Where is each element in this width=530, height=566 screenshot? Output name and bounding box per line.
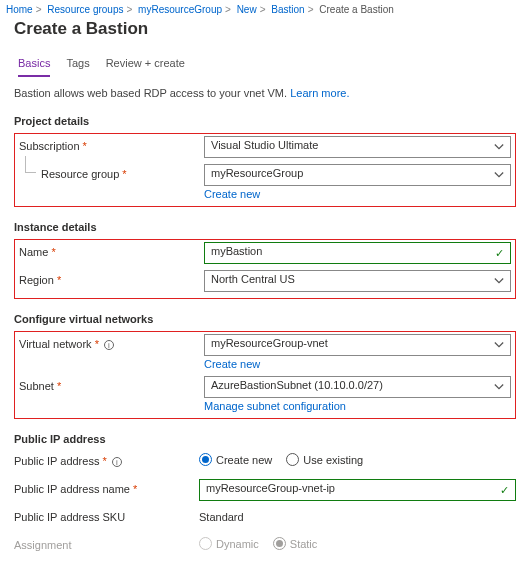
- label-assignment: Assignment: [14, 535, 199, 551]
- tab-basics[interactable]: Basics: [18, 53, 50, 77]
- label-public-ip-name: Public IP address name *: [14, 479, 199, 495]
- breadcrumb-link-bastion[interactable]: Bastion: [271, 4, 304, 15]
- tab-tags[interactable]: Tags: [66, 53, 89, 77]
- subscription-select[interactable]: Visual Studio Ultimate: [204, 136, 511, 158]
- public-ip-name-input[interactable]: myResourceGroup-vnet-ip ✓: [199, 479, 516, 501]
- breadcrumb-link-resource-groups[interactable]: Resource groups: [47, 4, 123, 15]
- label-region: Region *: [19, 270, 204, 286]
- radio-icon: [286, 453, 299, 466]
- radio-icon: [273, 537, 286, 550]
- section-instance-details: Instance details: [14, 221, 516, 233]
- radio-static: Static: [273, 537, 318, 550]
- network-highlight: Virtual network * i myResourceGroup-vnet…: [14, 331, 516, 419]
- breadcrumb-link-my-resource-group[interactable]: myResourceGroup: [138, 4, 222, 15]
- radio-use-existing[interactable]: Use existing: [286, 453, 363, 466]
- breadcrumb-current: Create a Bastion: [319, 4, 394, 15]
- chevron-down-icon: [494, 340, 504, 350]
- project-details-highlight: Subscription * Visual Studio Ultimate Re…: [14, 133, 516, 207]
- chevron-down-icon: [494, 382, 504, 392]
- region-select[interactable]: North Central US: [204, 270, 511, 292]
- breadcrumb: Home> Resource groups> myResourceGroup> …: [0, 0, 530, 17]
- radio-dynamic: Dynamic: [199, 537, 259, 550]
- label-resource-group: Resource group *: [19, 164, 204, 180]
- manage-subnet-link[interactable]: Manage subnet configuration: [204, 400, 511, 412]
- resource-group-select[interactable]: myResourceGroup: [204, 164, 511, 186]
- label-name: Name *: [19, 242, 204, 258]
- section-public-ip: Public IP address: [14, 433, 516, 445]
- label-virtual-network: Virtual network * i: [19, 334, 204, 350]
- name-input[interactable]: myBastion ✓: [204, 242, 511, 264]
- radio-icon: [199, 453, 212, 466]
- subnet-select[interactable]: AzureBastionSubnet (10.10.0.0/27): [204, 376, 511, 398]
- label-public-ip-sku: Public IP address SKU: [14, 507, 199, 523]
- radio-create-new[interactable]: Create new: [199, 453, 272, 466]
- intro-text: Bastion allows web based RDP access to y…: [14, 87, 516, 99]
- info-icon[interactable]: i: [104, 340, 114, 350]
- check-icon: ✓: [500, 484, 509, 497]
- chevron-down-icon: [494, 142, 504, 152]
- value-public-ip-sku: Standard: [199, 507, 516, 523]
- section-project-details: Project details: [14, 115, 516, 127]
- label-public-ip: Public IP address * i: [14, 451, 199, 467]
- create-new-vnet-link[interactable]: Create new: [204, 358, 511, 370]
- page-title: Create a Bastion: [14, 19, 530, 39]
- check-icon: ✓: [495, 247, 504, 260]
- chevron-down-icon: [494, 170, 504, 180]
- instance-details-highlight: Name * myBastion ✓ Region * North Centra…: [14, 239, 516, 299]
- create-new-rg-link[interactable]: Create new: [204, 188, 511, 200]
- breadcrumb-link-new[interactable]: New: [237, 4, 257, 15]
- info-icon[interactable]: i: [112, 457, 122, 467]
- virtual-network-select[interactable]: myResourceGroup-vnet: [204, 334, 511, 356]
- learn-more-link[interactable]: Learn more.: [290, 87, 349, 99]
- tab-review-create[interactable]: Review + create: [106, 53, 185, 77]
- chevron-down-icon: [494, 276, 504, 286]
- radio-icon: [199, 537, 212, 550]
- section-configure-networks: Configure virtual networks: [14, 313, 516, 325]
- breadcrumb-link-home[interactable]: Home: [6, 4, 33, 15]
- label-subnet: Subnet *: [19, 376, 204, 392]
- label-subscription: Subscription *: [19, 136, 204, 152]
- tabs: Basics Tags Review + create: [0, 53, 530, 77]
